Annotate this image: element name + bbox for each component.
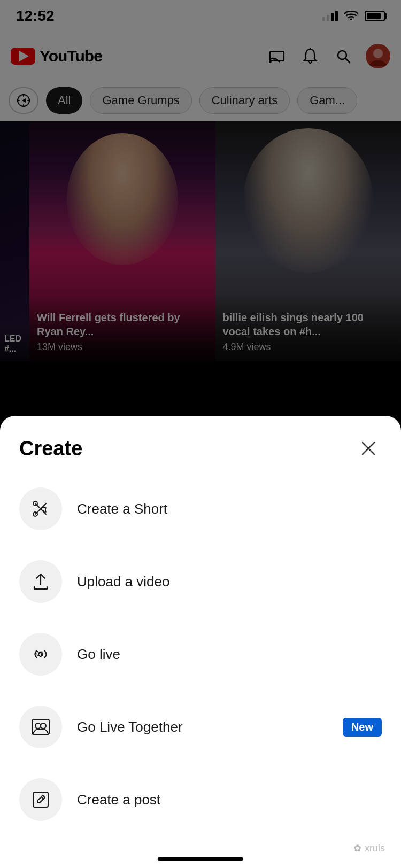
upload-icon-circle (19, 560, 62, 603)
upload-video-label: Upload a video (77, 574, 169, 590)
svg-rect-24 (33, 792, 48, 807)
svg-line-25 (41, 797, 43, 799)
go-live-item[interactable]: (•) Go live (0, 618, 401, 691)
edit-icon-circle (19, 778, 62, 821)
modal-title: Create (19, 437, 82, 460)
watermark: ✿ xruis (353, 842, 385, 854)
create-post-label: Create a post (77, 792, 160, 808)
create-post-item[interactable]: Create a post (0, 763, 401, 836)
new-badge: New (343, 718, 382, 737)
go-live-together-item[interactable]: Go Live Together New (0, 691, 401, 763)
edit-icon (31, 790, 50, 809)
svg-point-22 (35, 723, 41, 728)
upload-video-item[interactable]: Upload a video (0, 545, 401, 618)
people-icon-circle (19, 706, 62, 748)
people-icon (31, 717, 50, 737)
svg-text:(•): (•) (36, 650, 43, 656)
close-button[interactable] (355, 435, 382, 462)
live-icon: (•) (31, 645, 50, 664)
create-modal: Create Create a Short (0, 416, 401, 868)
svg-point-23 (41, 723, 46, 728)
create-short-item[interactable]: Create a Short (0, 472, 401, 545)
go-live-together-label: Go Live Together (77, 719, 183, 735)
watermark-text: xruis (365, 843, 385, 854)
modal-items: Create a Short Upload a video (•) (0, 472, 401, 836)
create-short-label: Create a Short (77, 501, 167, 517)
upload-icon (31, 572, 50, 591)
watermark-icon: ✿ (353, 842, 361, 854)
modal-header: Create (0, 416, 401, 472)
go-live-label: Go live (77, 646, 120, 663)
live-icon-circle: (•) (19, 633, 62, 676)
scissors-icon (31, 499, 50, 518)
home-indicator (158, 857, 243, 861)
short-icon-circle (19, 487, 62, 530)
